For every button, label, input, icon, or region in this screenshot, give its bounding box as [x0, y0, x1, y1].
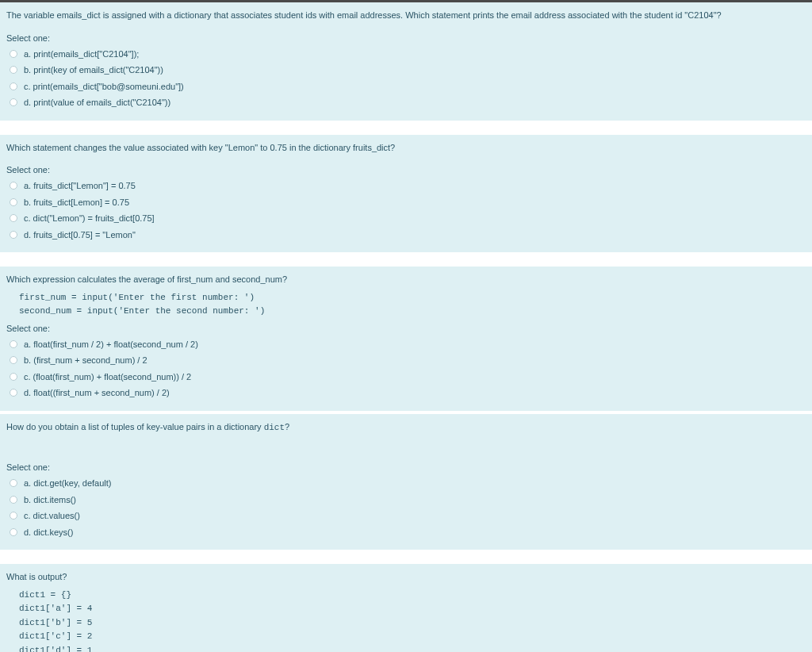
radio-button[interactable]	[10, 512, 17, 520]
block-divider	[0, 121, 812, 135]
option-text: b. (first_num + second_num) / 2	[24, 354, 147, 367]
option-row: b. print(key of emails_dict("C2104"))	[6, 62, 806, 79]
radio-button[interactable]	[10, 231, 17, 239]
question-block: Which statement changes the value associ…	[0, 135, 812, 253]
option-text: c. dict.values()	[24, 509, 80, 523]
option-text: a. dict.get(key, default)	[24, 477, 111, 490]
question-block: Which expression calculates the average …	[0, 267, 812, 411]
option-row: b. dict.items()	[6, 492, 806, 508]
option-row: c. dict("Lemon") = fruits_dict[0.75]	[6, 210, 806, 227]
option-row: c. print(emails_dict["bob@someuni.edu"])	[6, 79, 806, 95]
option-text: b. print(key of emails_dict("C2104"))	[24, 63, 163, 77]
option-row: d. dict.keys()	[6, 524, 806, 541]
option-text: a. fruits_dict["Lemon"] = 0.75	[24, 179, 136, 193]
option-row: c. dict.values()	[6, 508, 806, 524]
question-prompt: What is output?	[6, 570, 806, 584]
option-text: c. dict("Lemon") = fruits_dict[0.75]	[24, 212, 155, 225]
options-list: a. fruits_dict["Lemon"] = 0.75 b. fruits…	[6, 178, 806, 243]
question-prompt: Which expression calculates the average …	[6, 273, 806, 286]
option-text: b. dict.items()	[24, 493, 76, 507]
option-text: b. fruits_dict[Lemon] = 0.75	[24, 196, 129, 209]
radio-button[interactable]	[10, 356, 17, 364]
question-prompt: The variable emails_dict is assigned wit…	[6, 9, 806, 22]
question-block: What is output? dict1 = {} dict1['a'] = …	[0, 564, 812, 652]
radio-button[interactable]	[10, 50, 17, 58]
options-list: a. print(emails_dict["C2104"]); b. print…	[6, 46, 806, 111]
option-text: a. print(emails_dict["C2104"]);	[24, 48, 139, 61]
radio-button[interactable]	[10, 528, 17, 536]
option-text: d. float((first_num + second_num) / 2)	[24, 386, 170, 400]
select-one-label: Select one:	[6, 324, 806, 333]
block-divider	[0, 252, 812, 267]
option-row: d. print(value of emails_dict("C2104"))	[6, 94, 806, 111]
radio-button[interactable]	[10, 214, 17, 222]
option-row: a. float(first_num / 2) + float(second_n…	[6, 336, 806, 353]
radio-button[interactable]	[10, 373, 17, 381]
block-divider	[0, 550, 812, 564]
radio-button[interactable]	[10, 182, 17, 190]
option-text: d. fruits_dict[0.75] = "Lemon"	[24, 228, 136, 242]
option-row: d. fruits_dict[0.75] = "Lemon"	[6, 227, 806, 244]
option-text: c. print(emails_dict["bob@someuni.edu"])	[24, 80, 184, 94]
select-one-label: Select one:	[6, 33, 806, 43]
option-text: d. print(value of emails_dict("C2104"))	[24, 96, 170, 109]
question-block: How do you obtain a list of tuples of ke…	[0, 414, 812, 550]
code-snippet: dict1 = {} dict1['a'] = 4 dict1['b'] = 5…	[19, 589, 806, 652]
option-row: b. fruits_dict[Lemon] = 0.75	[6, 194, 806, 211]
select-one-label: Select one:	[6, 165, 806, 175]
radio-button[interactable]	[10, 496, 17, 504]
option-row: c. (float(first_num) + float(second_num)…	[6, 369, 806, 385]
option-text: d. dict.keys()	[24, 526, 73, 539]
question-block: The variable emails_dict is assigned wit…	[0, 2, 812, 121]
select-one-label: Select one:	[6, 462, 806, 472]
question-prompt: Which statement changes the value associ…	[6, 141, 806, 155]
option-row: b. (first_num + second_num) / 2	[6, 352, 806, 369]
radio-button[interactable]	[10, 98, 17, 106]
option-row: a. print(emails_dict["C2104"]);	[6, 46, 806, 63]
options-list: a. dict.get(key, default) b. dict.items(…	[6, 475, 806, 540]
option-text: c. (float(first_num) + float(second_num)…	[24, 370, 191, 384]
spacer	[6, 445, 806, 462]
radio-button[interactable]	[10, 66, 17, 74]
radio-button[interactable]	[10, 198, 17, 206]
question-prompt: How do you obtain a list of tuples of ke…	[6, 420, 806, 435]
option-row: a. fruits_dict["Lemon"] = 0.75	[6, 178, 806, 194]
option-row: a. dict.get(key, default)	[6, 475, 806, 492]
code-snippet: first_num = input('Enter the first numbe…	[19, 291, 806, 319]
radio-button[interactable]	[10, 479, 17, 487]
radio-button[interactable]	[10, 340, 17, 348]
option-text: a. float(first_num / 2) + float(second_n…	[24, 338, 198, 351]
radio-button[interactable]	[10, 82, 17, 90]
options-list: a. float(first_num / 2) + float(second_n…	[6, 336, 806, 401]
option-row: d. float((first_num + second_num) / 2)	[6, 385, 806, 401]
radio-button[interactable]	[10, 389, 17, 397]
